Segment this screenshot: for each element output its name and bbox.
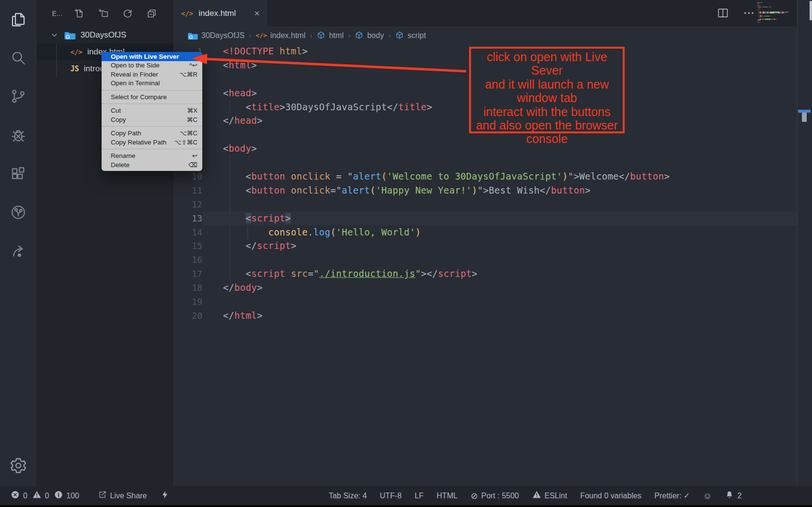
status-variables-found[interactable]: Found 0 variables	[580, 492, 642, 500]
code-line-9[interactable]: 9	[173, 156, 797, 169]
menu-item-open-in-terminal[interactable]: Open in Terminal	[102, 79, 202, 88]
tab-index-html[interactable]: </> index.html ×	[173, 0, 268, 26]
status-warnings-count[interactable]: 0	[32, 490, 49, 501]
status-label: Tab Size: 4	[328, 492, 367, 500]
status-eslint-status[interactable]: ESLint	[532, 490, 567, 501]
menu-item-open-to-the-side[interactable]: Open to the Side^↩	[102, 61, 202, 70]
line-number: 11	[173, 185, 202, 195]
status-info-count[interactable]: 100	[54, 490, 79, 501]
explorer-icon[interactable]	[10, 11, 27, 28]
debug-icon[interactable]	[10, 127, 27, 144]
folder-icon	[65, 30, 76, 40]
breadcrumb-item-index.html[interactable]: </>index.html	[256, 31, 305, 40]
status-live-server-port[interactable]: ⊘Port : 5500	[471, 492, 519, 500]
status-tab-size[interactable]: Tab Size: 4	[328, 492, 367, 500]
minimap[interactable]	[757, 2, 800, 23]
code-line-14[interactable]: 14 console.log('Hello, World')	[173, 225, 797, 239]
annotation-text-line: and it will launch a new	[471, 78, 623, 91]
line-number: 10	[173, 171, 202, 182]
refresh-explorer-icon[interactable]	[122, 8, 133, 19]
menu-item-cut[interactable]: Cut⌘X	[102, 106, 202, 116]
warning-badge-icon	[32, 490, 41, 501]
menu-item-open-with-live-server[interactable]: Open with Live Server	[102, 52, 202, 61]
live-share-icon[interactable]	[10, 242, 27, 260]
status-bar: 00100Live Share Tab Size: 4UTF-8LFHTML⊘P…	[0, 486, 812, 505]
new-file-icon[interactable]	[74, 8, 85, 19]
breadcrumb-label: script	[407, 31, 426, 40]
status-live-share[interactable]: Live Share	[98, 490, 147, 501]
breadcrumb-item-script[interactable]: script	[395, 31, 426, 40]
menu-item-copy[interactable]: Copy⌘C	[102, 115, 202, 124]
code-line-13[interactable]: 13 <script>	[173, 211, 797, 225]
close-tab-icon[interactable]: ×	[254, 8, 260, 19]
annotation-text-line: console	[471, 132, 623, 145]
status-feedback-smiley[interactable]: ☺	[703, 492, 712, 500]
breadcrumb-label: html	[329, 31, 343, 40]
code-line-20[interactable]: 20</html>	[173, 309, 797, 323]
menu-item-label: Rename	[111, 152, 135, 159]
remote-branch-icon[interactable]	[10, 204, 27, 221]
symbol-cube-icon	[395, 31, 404, 40]
tab-bar: </> index.html ×	[173, 0, 812, 26]
menu-item-reveal-in-finder[interactable]: Reveal in Finder⌥⌘R	[102, 70, 202, 79]
extensions-icon[interactable]	[10, 165, 27, 182]
status-notifications[interactable]: 2	[725, 490, 742, 501]
settings-gear-icon[interactable]	[9, 456, 27, 475]
menu-item-copy-path[interactable]: Copy Path⌥⌘C	[102, 129, 202, 138]
context-menu: Open with Live ServerOpen to the Side^↩R…	[102, 52, 202, 171]
breadcrumb-item-body[interactable]: body	[354, 31, 384, 40]
status-live-server-bolt[interactable]	[160, 490, 170, 501]
source-control-icon[interactable]	[10, 88, 27, 105]
split-editor-icon[interactable]	[717, 7, 729, 19]
breadcrumb-item-html[interactable]: html	[316, 31, 343, 40]
code-line-text	[202, 197, 797, 211]
menu-item-delete[interactable]: Delete⌫	[102, 160, 202, 169]
feedback-smiley-icon: ☺	[703, 492, 712, 500]
menu-separator	[102, 126, 202, 127]
collapse-folders-icon[interactable]	[146, 8, 157, 19]
line-number: 18	[173, 283, 202, 293]
status-label: Prettier: ✓	[655, 491, 690, 500]
code-line-16[interactable]: 16	[173, 253, 797, 267]
menu-item-copy-relative-path[interactable]: Copy Relative Path⌥⇧⌘C	[102, 138, 202, 147]
breadcrumb-label: index.html	[270, 31, 305, 40]
menu-item-label: Copy Path	[111, 130, 141, 137]
overview-ruler[interactable]	[797, 0, 812, 486]
code-line-19[interactable]: 19	[173, 295, 797, 309]
search-icon[interactable]	[10, 49, 27, 66]
code-line-11[interactable]: 11 <button onclick="alert('Happy New Yea…	[173, 183, 797, 197]
tree-root-folder[interactable]: 30DaysOfJS	[37, 26, 173, 43]
breadcrumb-item-30DaysOfJS[interactable]: 30DaysOfJS	[188, 31, 245, 40]
status-encoding[interactable]: UTF-8	[380, 492, 402, 500]
more-actions-icon[interactable]	[743, 7, 755, 19]
menu-separator	[102, 149, 202, 149]
code-line-text	[202, 156, 797, 169]
line-number: 19	[173, 297, 202, 307]
new-folder-icon[interactable]	[98, 8, 109, 19]
html-file-icon: </>	[181, 10, 193, 17]
code-line-text: <script src="./introduction.js"></script…	[202, 267, 797, 281]
status-errors-count[interactable]: 0	[11, 490, 27, 501]
line-number: 17	[173, 269, 202, 279]
line-number: 14	[173, 227, 202, 237]
code-line-12[interactable]: 12	[173, 197, 797, 211]
status-eol[interactable]: LF	[415, 492, 424, 500]
html-file-icon: </>	[256, 32, 267, 39]
code-line-17[interactable]: 17 <script src="./introduction.js"></scr…	[173, 267, 797, 281]
menu-item-select-for-compare[interactable]: Select for Compare	[102, 92, 202, 102]
status-prettier-status[interactable]: Prettier: ✓	[655, 491, 690, 500]
menu-item-label: Open in Terminal	[111, 79, 160, 87]
status-label: Port : 5500	[481, 492, 519, 500]
menu-item-rename[interactable]: Rename↩	[102, 152, 202, 161]
scrollbar-sliver	[810, 1, 812, 20]
status-label: Found 0 variables	[580, 492, 642, 500]
tree-indent-guide	[56, 43, 57, 77]
line-number: 15	[173, 241, 202, 251]
js-file-icon: JS	[70, 65, 79, 73]
code-line-18[interactable]: 18</body>	[173, 281, 797, 295]
explorer-toolbar	[74, 8, 157, 19]
code-line-15[interactable]: 15 </script>	[173, 239, 797, 253]
status-language-mode[interactable]: HTML	[437, 492, 458, 500]
scrollbar-thumb[interactable]	[802, 113, 807, 122]
code-line-10[interactable]: 10 <button onclick = "alert('Welcome to …	[173, 169, 797, 183]
